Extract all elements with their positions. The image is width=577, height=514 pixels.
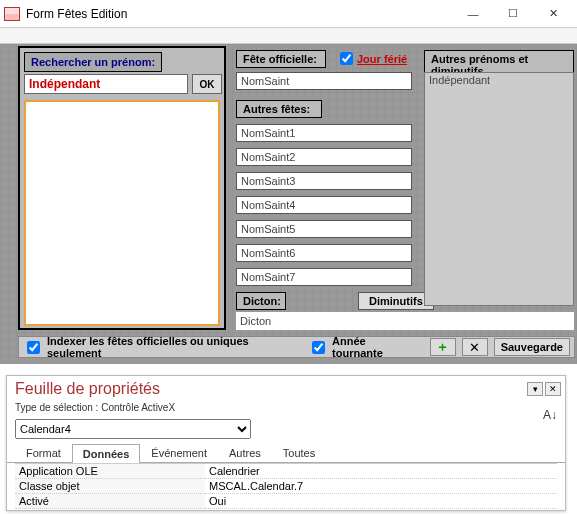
property-tabs: Format Données Événement Autres Toutes	[7, 443, 565, 463]
maximize-button[interactable]: ☐	[493, 2, 533, 26]
titlebar: Form Fêtes Edition — ☐ ✕	[0, 0, 577, 28]
property-sheet-close-icon[interactable]: ✕	[545, 382, 561, 396]
autres-prenoms-list[interactable]: Indépendant	[424, 72, 574, 306]
nomsaint1-field[interactable]: NomSaint1	[236, 124, 412, 142]
property-sheet-dropdown-icon[interactable]: ▾	[527, 382, 543, 396]
official-fete-label: Fête officielle:	[236, 50, 326, 68]
dicton-label: Dicton:	[236, 292, 286, 310]
property-sheet-title: Feuille de propriétés	[11, 378, 527, 400]
nomsaint-field[interactable]: NomSaint	[236, 72, 412, 90]
prop-key: Activé	[15, 494, 205, 509]
prop-key: Classe objet	[15, 479, 205, 494]
index-checkbox[interactable]: Indexer les fêtes officielles ou uniques…	[23, 335, 302, 359]
search-label: Rechercher un prénom:	[24, 52, 162, 72]
holiday-checkbox-label: Jour férié	[357, 53, 407, 65]
save-button[interactable]: Sauvegarde	[494, 338, 570, 356]
annee-checkbox[interactable]: Année tournante	[308, 335, 418, 359]
window-title: Form Fêtes Edition	[26, 7, 453, 21]
nomsaint7-field[interactable]: NomSaint7	[236, 268, 412, 286]
property-grid[interactable]: Application OLE Calendrier Classe objet …	[15, 463, 557, 509]
prop-key: Application OLE	[15, 464, 205, 479]
prop-val[interactable]: Oui	[205, 494, 557, 509]
nomsaint3-field[interactable]: NomSaint3	[236, 172, 412, 190]
nomsaint5-field[interactable]: NomSaint5	[236, 220, 412, 238]
tab-format[interactable]: Format	[15, 443, 72, 462]
add-button[interactable]: ＋	[430, 338, 456, 356]
nomsaint2-field[interactable]: NomSaint2	[236, 148, 412, 166]
dicton-field[interactable]: Dicton	[236, 312, 574, 330]
prop-val[interactable]: MSCAL.Calendar.7	[205, 479, 557, 494]
property-sheet[interactable]: Feuille de propriétés ▾ ✕ Type de sélect…	[6, 375, 566, 511]
object-selector[interactable]: Calendar4	[15, 419, 251, 439]
search-input[interactable]: Indépendant	[24, 74, 188, 94]
autres-fetes-label: Autres fêtes:	[236, 100, 322, 118]
sort-icon[interactable]: A↓	[543, 408, 557, 422]
annee-checkbox-label: Année tournante	[332, 335, 418, 359]
nomsaint6-field[interactable]: NomSaint6	[236, 244, 412, 262]
index-checkbox-input[interactable]	[27, 341, 40, 354]
access-form-icon	[4, 7, 20, 21]
minimize-button[interactable]: —	[453, 2, 493, 26]
holiday-checkbox-input[interactable]	[340, 52, 353, 65]
tab-donnees[interactable]: Données	[72, 444, 140, 463]
tab-toutes[interactable]: Toutes	[272, 443, 326, 462]
horizontal-ruler	[0, 28, 577, 44]
delete-button[interactable]: ✕	[462, 338, 488, 356]
tab-evenement[interactable]: Événement	[140, 443, 218, 462]
holiday-checkbox[interactable]: Jour férié	[340, 52, 407, 65]
footer-bar: Indexer les fêtes officielles ou uniques…	[18, 336, 575, 358]
diminutifs-button[interactable]: Diminutifs	[358, 292, 434, 310]
calendar-activex[interactable]	[24, 100, 220, 326]
nomsaint4-field[interactable]: NomSaint4	[236, 196, 412, 214]
form-design-surface[interactable]: Rechercher un prénom: Indépendant OK Fêt…	[0, 44, 577, 364]
property-sheet-subtitle: Type de sélection : Contrôle ActiveX	[7, 402, 565, 417]
tab-autres[interactable]: Autres	[218, 443, 272, 462]
annee-checkbox-input[interactable]	[312, 341, 325, 354]
close-button[interactable]: ✕	[533, 2, 573, 26]
ok-button[interactable]: OK	[192, 74, 222, 94]
search-panel: Rechercher un prénom: Indépendant OK	[18, 46, 226, 330]
index-checkbox-label: Indexer les fêtes officielles ou uniques…	[47, 335, 302, 359]
prop-val[interactable]: Calendrier	[205, 464, 557, 479]
